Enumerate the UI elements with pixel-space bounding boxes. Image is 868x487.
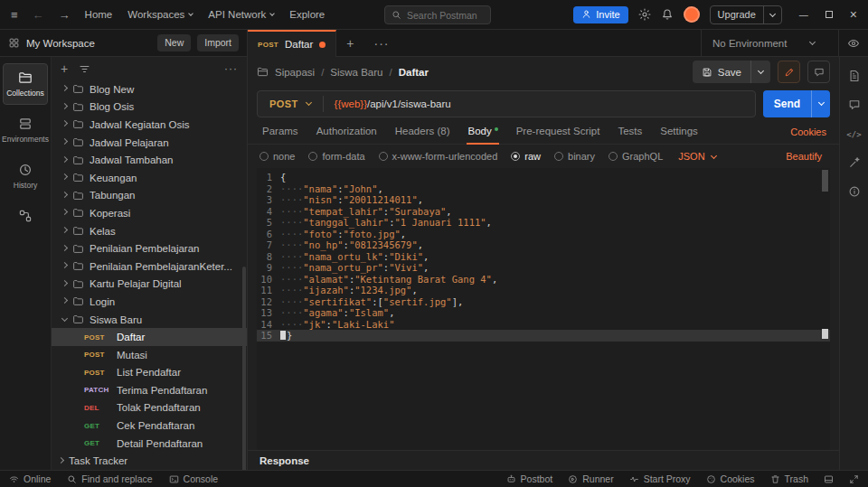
- settings-gear-icon[interactable]: [638, 8, 651, 21]
- scrollbar-thumb[interactable]: [822, 170, 828, 192]
- new-button[interactable]: New: [157, 34, 191, 52]
- code-line[interactable]: 13····"agama":"Islam",: [257, 307, 830, 319]
- nav-workspaces[interactable]: Workspaces: [127, 9, 193, 20]
- import-button[interactable]: Import: [197, 34, 239, 52]
- method-dropdown[interactable]: POST: [258, 98, 323, 109]
- code-line[interactable]: 4····"tempat_lahir":"Surabaya",: [257, 206, 830, 218]
- editor-scrollbar[interactable]: [822, 170, 828, 448]
- code-line[interactable]: 2····"nama":"John",: [257, 183, 830, 195]
- body-mode-binary[interactable]: binary: [554, 151, 595, 162]
- nav-home[interactable]: Home: [85, 9, 113, 20]
- language-dropdown[interactable]: JSON: [678, 151, 715, 162]
- breadcrumb-item-siswa-baru[interactable]: Siswa Baru: [330, 67, 382, 78]
- code-line[interactable]: 14····"jk":"Laki-Laki": [257, 319, 830, 331]
- tab-settings[interactable]: Settings: [651, 120, 707, 144]
- save-button[interactable]: Save: [693, 61, 770, 83]
- open-new-tab-button[interactable]: +: [336, 30, 363, 56]
- comments-button[interactable]: [807, 61, 830, 83]
- related-requests-button[interactable]: [848, 156, 861, 169]
- request-detail-pendaftaran[interactable]: GETDetail Pendaftaran: [52, 435, 247, 453]
- environment-quick-look-button[interactable]: [838, 30, 868, 56]
- tab-pre-request-script[interactable]: Pre-request Script: [507, 120, 609, 144]
- code-editor[interactable]: 1{2····"nama":"John",3····"nisn":"200112…: [257, 172, 830, 342]
- notifications-bell-icon[interactable]: [661, 8, 674, 21]
- code-line[interactable]: 12····"sertifikat":["sertif.jpg"],: [257, 296, 830, 308]
- main-menu-icon[interactable]: ≡: [11, 8, 18, 22]
- code-line[interactable]: 6····"foto":"foto.jpg",: [257, 229, 830, 240]
- nav-explore[interactable]: Explore: [289, 9, 325, 20]
- code-line[interactable]: 10····"alamat":"Ketintang Barat Gang 4",: [257, 274, 830, 286]
- request-list-pendaftar[interactable]: POSTList Pendaftar: [52, 364, 247, 382]
- url-input[interactable]: {{web}}/api/v1/siswa-baru: [324, 98, 462, 109]
- tab-headers-8[interactable]: Headers (8): [386, 120, 459, 144]
- request-tab-daftar[interactable]: POST Daftar: [248, 30, 336, 57]
- connection-status[interactable]: Online: [9, 473, 51, 484]
- code-line[interactable]: 8····"nama_ortu_lk":"Diki",: [257, 251, 830, 263]
- expand-button[interactable]: [849, 474, 859, 484]
- tab-params[interactable]: Params: [253, 120, 307, 144]
- code-line[interactable]: 9····"nama_ortu_pr":"Vivi",: [257, 262, 830, 274]
- folder-login[interactable]: Login: [52, 293, 247, 311]
- nav-api-network[interactable]: API Network: [208, 9, 274, 20]
- find-and-replace-button[interactable]: Find and replace: [67, 473, 152, 484]
- folder-siswa-baru[interactable]: Siswa Baru: [52, 311, 247, 329]
- upgrade-button[interactable]: Upgrade: [710, 5, 782, 24]
- breadcrumb-item-sipapasi[interactable]: Sipapasi: [275, 67, 315, 78]
- info-button[interactable]: [848, 185, 861, 198]
- save-options-button[interactable]: [751, 61, 770, 83]
- minimize-button[interactable]: —: [799, 10, 808, 20]
- tab-authorization[interactable]: Authorization: [307, 120, 386, 144]
- console-button[interactable]: Console: [169, 473, 219, 484]
- rail-flows[interactable]: [3, 201, 48, 230]
- body-mode-graphql[interactable]: GraphQL: [609, 151, 663, 162]
- code-line[interactable]: 11····"ijazah":"1234.jpg",: [257, 285, 830, 296]
- start-proxy-button[interactable]: Start Proxy: [629, 473, 691, 484]
- toggle-panel-button[interactable]: [824, 474, 834, 484]
- rail-history[interactable]: History: [3, 155, 48, 197]
- workspace-title[interactable]: My Workspace: [26, 38, 95, 49]
- back-icon[interactable]: ←: [33, 8, 44, 22]
- code-snippet-button[interactable]: </>: [846, 127, 861, 140]
- folder-blog-new[interactable]: Blog New: [52, 80, 247, 98]
- collections-more-button[interactable]: ···: [224, 62, 238, 75]
- folder-keuangan[interactable]: Keuangan: [52, 169, 247, 187]
- request-daftar[interactable]: POSTDaftar: [52, 328, 247, 346]
- breadcrumb-item-daftar[interactable]: Daftar: [399, 67, 429, 78]
- sidebar-scrollbar[interactable]: [242, 267, 246, 470]
- global-search[interactable]: [384, 5, 491, 24]
- invite-button[interactable]: Invite: [573, 6, 627, 23]
- code-line[interactable]: 7····"no_hp":"0812345679",: [257, 239, 830, 251]
- folder-blog-osis[interactable]: Blog Osis: [52, 98, 247, 117]
- rail-environments[interactable]: Environments: [3, 109, 48, 151]
- user-avatar[interactable]: [684, 6, 700, 23]
- add-collection-button[interactable]: +: [61, 62, 68, 75]
- folder-jadwal-tambahan[interactable]: Jadwal Tambahan: [52, 151, 247, 169]
- comments-rail-button[interactable]: [848, 98, 861, 111]
- trash-button[interactable]: Trash: [770, 473, 808, 484]
- maximize-button[interactable]: [826, 11, 833, 18]
- body-mode-form-data[interactable]: form-data: [308, 151, 364, 162]
- postbot-button[interactable]: Postbot: [506, 473, 553, 484]
- code-line[interactable]: 1{: [257, 172, 830, 183]
- response-section[interactable]: Response: [248, 450, 839, 470]
- folder-koperasi[interactable]: Koperasi: [52, 204, 247, 222]
- request-mutasi[interactable]: POSTMutasi: [52, 346, 247, 364]
- cookies-link[interactable]: Cookies: [790, 126, 834, 137]
- code-line[interactable]: 5····"tanggal_lahir":"1 Januari 1111",: [257, 217, 830, 229]
- body-mode-raw[interactable]: raw: [511, 151, 541, 162]
- search-input[interactable]: [407, 10, 484, 21]
- tab-tests[interactable]: Tests: [609, 120, 651, 144]
- folder-tabungan[interactable]: Tabungan: [52, 187, 247, 205]
- request-tolak-pendaftaran[interactable]: DELTolak Pendaftaran: [52, 399, 247, 417]
- documentation-button[interactable]: [848, 70, 861, 82]
- runner-button[interactable]: Runner: [568, 473, 613, 484]
- code-line[interactable]: 15}: [257, 330, 830, 342]
- tab-options-button[interactable]: ···: [364, 30, 400, 56]
- folder-jadwal-kegiatan-osis[interactable]: Jadwal Kegiatan Osis: [52, 116, 247, 134]
- close-button[interactable]: ×: [850, 7, 857, 22]
- tab-body[interactable]: Body: [458, 120, 506, 144]
- folder-jadwal-pelajaran[interactable]: Jadwal Pelajaran: [52, 134, 247, 152]
- body-mode-none[interactable]: none: [259, 151, 295, 162]
- folder-kelas[interactable]: Kelas: [52, 222, 247, 240]
- request-cek-pendaftaran[interactable]: GETCek Pendaftaran: [52, 417, 247, 435]
